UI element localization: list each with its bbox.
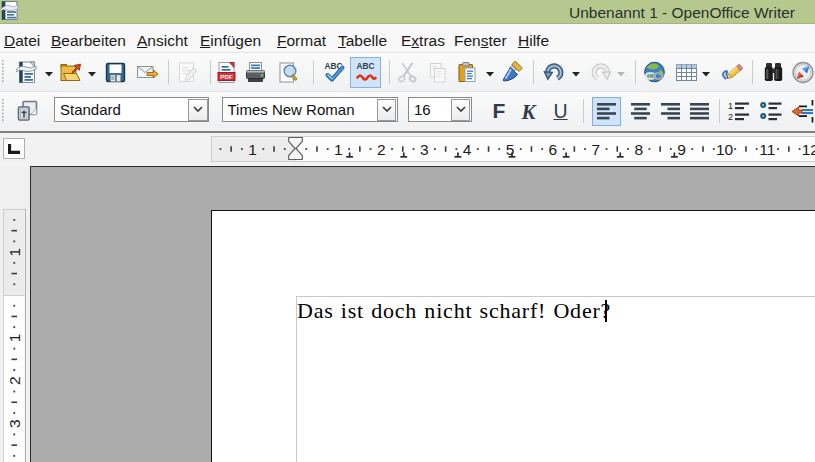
svg-text:3: 3 (419, 140, 428, 157)
svg-text:1: 1 (248, 140, 257, 157)
svg-text:2: 2 (376, 140, 385, 157)
svg-text:1: 1 (6, 248, 23, 257)
svg-text:ABC: ABC (356, 61, 375, 71)
svg-text:12: 12 (801, 140, 815, 157)
svg-text:7: 7 (591, 140, 600, 157)
svg-text:1: 1 (334, 140, 343, 157)
svg-text:3: 3 (6, 419, 23, 428)
svg-text:6: 6 (548, 140, 557, 157)
svg-text:1: 1 (728, 101, 733, 111)
svg-text:2: 2 (728, 112, 733, 122)
svg-text:2: 2 (6, 376, 23, 385)
svg-text:1: 1 (6, 334, 23, 343)
svg-text:4: 4 (462, 140, 471, 157)
svg-text:9: 9 (677, 140, 686, 157)
svg-text:8: 8 (634, 140, 643, 157)
svg-text:5: 5 (505, 140, 514, 157)
svg-text:PDF: PDF (220, 73, 233, 80)
svg-text:11: 11 (759, 140, 775, 157)
svg-text:10: 10 (715, 140, 733, 157)
